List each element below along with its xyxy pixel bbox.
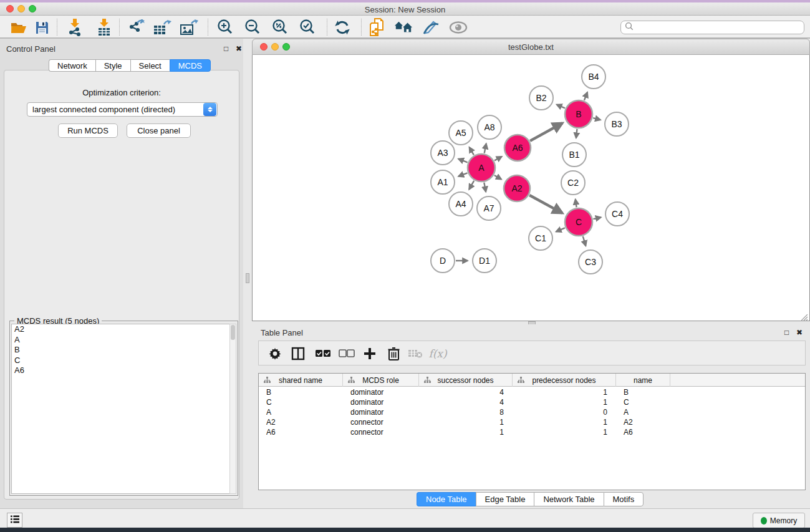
- table-float-panel-icon[interactable]: □: [784, 328, 789, 337]
- cell-name[interactable]: C: [616, 398, 670, 407]
- export-table-icon[interactable]: [153, 18, 171, 37]
- deselect-all-icon[interactable]: [337, 344, 356, 363]
- refresh-icon[interactable]: [333, 18, 352, 37]
- cell-name[interactable]: A6: [616, 428, 670, 437]
- node-B[interactable]: B: [565, 100, 592, 128]
- network-window-titlebar[interactable]: testGlobe.txt: [252, 39, 810, 55]
- cell-successor-nodes[interactable]: 4: [419, 388, 513, 397]
- import-table-icon[interactable]: [95, 18, 113, 37]
- edge-C-C2[interactable]: [576, 200, 577, 208]
- zoom-out-icon[interactable]: [243, 18, 262, 37]
- cell-MCDS-role[interactable]: connector: [343, 418, 419, 427]
- edge-C-C4[interactable]: [593, 218, 600, 220]
- column-header-shared-name[interactable]: shared name: [259, 374, 343, 387]
- edge-A-A2[interactable]: [494, 175, 501, 179]
- delete-table-icon[interactable]: [406, 344, 425, 363]
- delete-column-trash-icon[interactable]: [384, 344, 403, 363]
- cell-shared-name[interactable]: A6: [259, 428, 343, 437]
- edge-B-B2[interactable]: [557, 105, 565, 109]
- run-mcds-button[interactable]: Run MCDS: [58, 123, 118, 138]
- cell-name[interactable]: A2: [616, 418, 670, 427]
- criterion-dropdown[interactable]: largest connected component (directed): [27, 102, 218, 117]
- node-table[interactable]: shared nameMCDS rolesuccessor nodesprede…: [258, 373, 806, 490]
- task-history-button[interactable]: [7, 513, 22, 528]
- column-header-name[interactable]: name: [616, 374, 670, 387]
- float-panel-icon[interactable]: □: [224, 44, 228, 53]
- node-B3[interactable]: B3: [605, 112, 629, 136]
- node-C3[interactable]: C3: [579, 250, 602, 274]
- node-C1[interactable]: C1: [529, 226, 552, 250]
- edge-A6-B[interactable]: [530, 123, 562, 140]
- cell-MCDS-role[interactable]: connector: [343, 428, 419, 437]
- mcds-result-item[interactable]: A: [12, 335, 230, 346]
- edge-B-B1[interactable]: [576, 129, 577, 138]
- cell-predecessor-nodes[interactable]: 1: [513, 398, 616, 407]
- edge-B-B4[interactable]: [584, 92, 587, 100]
- eye-icon[interactable]: [449, 18, 468, 37]
- tab-motifs[interactable]: Motifs: [604, 492, 644, 506]
- cell-shared-name[interactable]: A: [259, 408, 343, 417]
- edge-A-A7[interactable]: [484, 183, 486, 192]
- table-close-panel-icon[interactable]: ✖: [796, 328, 803, 337]
- tab-select[interactable]: Select: [130, 59, 170, 72]
- edge-C-C1[interactable]: [556, 228, 565, 231]
- cell-shared-name[interactable]: B: [259, 388, 343, 397]
- zoom-selected-icon[interactable]: [298, 18, 317, 37]
- tab-style[interactable]: Style: [95, 59, 130, 72]
- edge-A-A6[interactable]: [494, 157, 502, 160]
- node-A7[interactable]: A7: [477, 196, 501, 220]
- cell-successor-nodes[interactable]: 1: [419, 418, 513, 427]
- cell-shared-name[interactable]: A2: [259, 418, 343, 427]
- node-A[interactable]: A: [468, 154, 495, 181]
- edge-A-A3[interactable]: [458, 159, 467, 163]
- node-C[interactable]: C: [565, 208, 592, 236]
- node-C2[interactable]: C2: [561, 171, 585, 195]
- close-panel-button[interactable]: Close panel: [127, 123, 191, 138]
- node-A3[interactable]: A3: [431, 141, 455, 165]
- cell-successor-nodes[interactable]: 1: [419, 428, 513, 437]
- zoom-fit-icon[interactable]: [271, 18, 289, 37]
- cell-successor-nodes[interactable]: 4: [419, 398, 513, 407]
- open-file-icon[interactable]: [9, 18, 28, 37]
- node-B1[interactable]: B1: [562, 143, 586, 167]
- tab-mcds[interactable]: MCDS: [170, 59, 211, 72]
- cell-name[interactable]: B: [616, 388, 670, 397]
- table-row[interactable]: Cdominator41C: [259, 397, 805, 407]
- add-column-icon[interactable]: [360, 344, 379, 363]
- show-columns-icon[interactable]: [289, 344, 307, 363]
- mcds-result-item[interactable]: A2: [12, 324, 230, 335]
- node-C4[interactable]: C4: [605, 202, 629, 226]
- search-input[interactable]: [620, 21, 804, 34]
- node-B4[interactable]: B4: [582, 65, 605, 89]
- edge-A-A4[interactable]: [469, 181, 474, 190]
- zoom-in-icon[interactable]: [216, 18, 234, 37]
- node-A5[interactable]: A5: [449, 121, 473, 145]
- duplicate-network-icon[interactable]: [368, 18, 387, 37]
- edge-A-A1[interactable]: [458, 173, 467, 176]
- edge-A-A5[interactable]: [470, 147, 474, 155]
- cell-shared-name[interactable]: C: [259, 398, 343, 407]
- node-D1[interactable]: D1: [473, 249, 496, 273]
- save-session-icon[interactable]: [32, 18, 51, 37]
- cell-MCDS-role[interactable]: dominator: [343, 408, 419, 417]
- table-row[interactable]: A6connector11A6: [259, 427, 805, 437]
- edge-A2-C[interactable]: [529, 195, 562, 213]
- node-B2[interactable]: B2: [529, 86, 553, 110]
- mcds-list-scrollbar[interactable]: [229, 324, 236, 494]
- cell-MCDS-role[interactable]: dominator: [343, 398, 419, 407]
- export-image-icon[interactable]: [180, 18, 198, 37]
- vertical-split-handle[interactable]: [246, 273, 249, 283]
- edge-B-B3[interactable]: [593, 118, 600, 120]
- select-all-icon[interactable]: [314, 344, 332, 363]
- mcds-result-item[interactable]: A6: [12, 365, 230, 376]
- import-network-icon[interactable]: [65, 18, 84, 37]
- mcds-result-item[interactable]: C: [12, 355, 230, 366]
- tab-edge-table[interactable]: Edge Table: [476, 492, 534, 506]
- resize-grip-icon[interactable]: [801, 312, 808, 319]
- cell-name[interactable]: A: [616, 408, 670, 417]
- cell-predecessor-nodes[interactable]: 0: [513, 408, 616, 417]
- edge-A-A8[interactable]: [485, 143, 486, 153]
- node-A1[interactable]: A1: [431, 170, 455, 194]
- mcds-result-item[interactable]: B: [12, 345, 230, 355]
- node-A4[interactable]: A4: [449, 192, 473, 216]
